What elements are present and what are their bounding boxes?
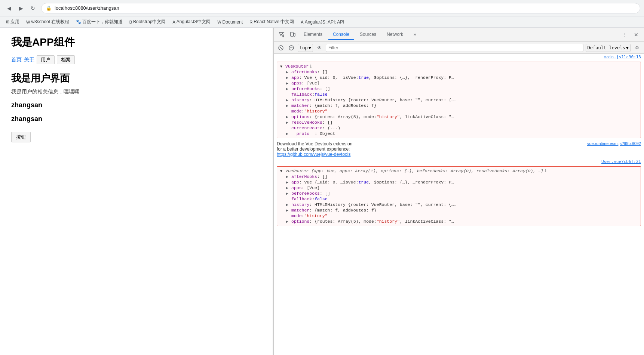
svg-rect-0 [291,32,293,36]
expand-arrow-1[interactable]: ▼ [280,65,285,69]
devtools-close-button[interactable]: ✕ [631,30,641,40]
log-block-1-header[interactable]: ▼ VueRouter ℹ [280,64,638,69]
message-text: Download the Vue Devtools extension for … [277,141,584,157]
expand-options[interactable]: ▶ [286,115,291,119]
fallback-line-2: fallback: false [280,196,638,202]
expand-matcher-2[interactable]: ▶ [286,208,291,213]
bookmarks-bar: ⊞ 应用 W w3school 在线教程 🐾 百度一下，你就知道 B Boots… [0,16,644,28]
after-hooks-line: ▶ afterHooks: [] [280,69,638,75]
mode-line-2: mode: "history" [280,213,638,219]
tab-network[interactable]: Network [382,30,408,40]
expand-before-hooks-2[interactable]: ▶ [286,191,291,196]
log-block-1: ▼ VueRouter ℹ ▶ afterHooks: [] ▶ app: Vu… [277,62,641,138]
current-route-line: currentRoute: (...) [280,125,638,131]
bookmark-w3school[interactable]: W w3school 在线教程 [24,18,71,26]
browser-toolbar: ◀ ▶ ↻ 🔒 localhost:8080/user/zhangsan [0,0,644,16]
tab-sources[interactable]: Sources [355,30,381,40]
devtools-device-icon[interactable] [288,30,298,40]
devtools-settings-icon[interactable]: ⋮ [620,30,630,40]
action-button[interactable]: 按钮 [11,132,31,142]
url-text: localhost:8080/user/zhangsan [55,5,119,11]
settings-gear-icon[interactable]: ⚙ [633,44,641,52]
expand-app[interactable]: ▶ [286,75,291,80]
filter-input[interactable] [326,44,583,52]
bookmark-angularjs-api[interactable]: A AngularJS: API: API [298,19,346,25]
nav-link-about[interactable]: 关于 [24,56,34,63]
expand-before-hooks[interactable]: ▶ [286,87,291,91]
expand-arrow-2[interactable]: ▼ [280,169,285,173]
bookmark-react-native-label: React Native 中文网 [254,19,294,25]
expand-after-hooks[interactable]: ▶ [286,70,291,74]
nav-buttons: ◀ ▶ ↻ [4,3,38,13]
tab-more[interactable]: » [409,30,421,40]
devtools-inspect-icon[interactable] [277,30,286,40]
after-hooks-line-2: ▶ afterHooks: [] [280,174,638,179]
expand-proto[interactable]: ▶ [286,132,291,136]
username1-label: zhangsan [11,101,261,109]
username2-label: zhangsan [11,115,261,123]
bookmark-angularjs[interactable]: A AngularJS中文网 [170,18,213,26]
source-ref-2[interactable]: User.vue?cb6f:21 [274,158,644,165]
devtools-link[interactable]: https://github.com/vuejs/vue-devtools [277,152,350,157]
address-bar[interactable]: 🔒 localhost:8080/user/zhangsan [41,3,640,13]
before-hooks-line-2: ▶ beforeHooks: [] [280,191,638,196]
bookmark-document-label: Document [223,19,243,25]
lock-icon: 🔒 [46,6,52,11]
console-content: main.js?1c90:13 ▼ VueRouter ℹ ▶ afterHoo… [274,54,644,355]
filter-icon[interactable] [287,44,295,52]
w3school-icon: W [26,20,30,24]
devtools-header: Elements Console Sources Network » ⋮ ✕ [274,28,644,42]
bookmark-baidu-label: 百度一下，你就知道 [82,19,123,25]
expand-history-2[interactable]: ▶ [286,203,291,207]
log-block-2: ▼ VueRouter {app: Vue, apps: Array(1), o… [277,166,641,226]
expand-resolve-hooks[interactable]: ▶ [286,120,291,125]
bookmark-react-native[interactable]: R React Native 中文网 [247,18,296,26]
devtools-message: Download the Vue Devtools extension for … [274,140,644,158]
level-label: Default levels [588,45,625,50]
section-title: 我是用户界面 [11,72,261,85]
apps-line-2: ▶ apps: [Vue] [280,185,638,191]
vue-router-label-2: VueRouter {app: Vue, apps: Array(1), opt… [285,169,543,173]
expand-history[interactable]: ▶ [286,98,291,102]
bookmark-apps[interactable]: ⊞ 应用 [4,18,22,26]
expand-after-hooks-2[interactable]: ▶ [286,175,291,179]
level-select[interactable]: Default levels ▼ [586,44,631,52]
matcher-line: ▶ matcher: {match: f, addRoutes: f} [280,103,638,108]
page-title: 我是APP组件 [11,35,261,49]
apps-icon: ⊞ [6,19,9,24]
bookmark-baidu[interactable]: 🐾 百度一下，你就知道 [74,18,125,26]
devtools-panel: Elements Console Sources Network » ⋮ ✕ t… [273,28,644,355]
message-line-1: Download the Vue Devtools extension [277,141,584,146]
expand-app-2[interactable]: ▶ [286,180,291,185]
clear-console-icon[interactable] [277,44,285,52]
level-dropdown-icon: ▼ [626,45,629,50]
angularjs-api-icon: A [301,20,303,24]
log-block-2-header[interactable]: ▼ VueRouter {app: Vue, apps: Array(1), o… [280,168,638,174]
bootstrap-icon: B [129,20,132,24]
page-description: 我是用户的相关信息，嘿嘿嘿 [11,89,261,95]
tab-console[interactable]: Console [328,30,354,40]
context-dropdown-icon: ▼ [309,45,311,50]
nav-btn-archive[interactable]: 档案 [57,55,75,64]
context-select[interactable]: top ▼ [298,44,313,52]
message-line-2: for a better development experience: [277,146,584,152]
tab-elements[interactable]: Elements [299,30,327,40]
expand-apps-2[interactable]: ▶ [286,186,291,190]
info-badge-1: ℹ [310,64,312,69]
expand-apps[interactable]: ▶ [286,81,291,86]
history-line-2: ▶ history: HTML5History {router: VueRout… [280,202,638,207]
forward-button[interactable]: ▶ [16,3,26,13]
expand-options-2[interactable]: ▶ [286,219,291,224]
source-ref-vue[interactable]: vue.runtime.esm.js?ff9b:8092 [587,141,641,157]
document-icon: W [217,20,221,24]
nav-link-home[interactable]: 首页 [11,56,22,63]
eye-icon[interactable]: 👁 [315,44,323,52]
bookmark-document[interactable]: W Document [215,19,245,25]
nav-btn-user[interactable]: 用户 [37,55,55,64]
back-button[interactable]: ◀ [4,3,14,13]
reload-button[interactable]: ↻ [28,3,38,13]
bookmark-bootstrap[interactable]: B Bootstrap中文网 [127,18,168,26]
expand-matcher[interactable]: ▶ [286,104,291,108]
bookmark-angularjs-api-label: AngularJS: API: API [305,19,344,25]
source-ref-1[interactable]: main.js?1c90:13 [274,54,644,60]
